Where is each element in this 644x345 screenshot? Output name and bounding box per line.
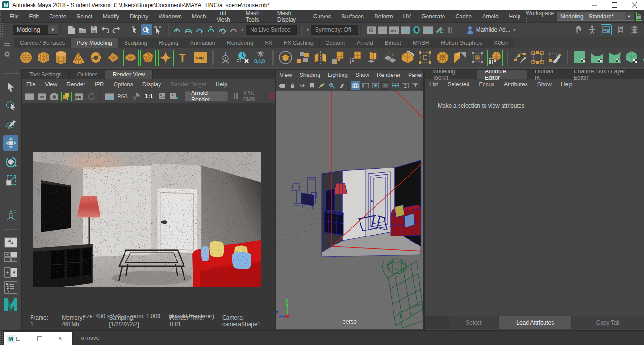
super-ellipse-icon[interactable] (158, 50, 174, 66)
gear-icon[interactable] (4, 51, 10, 58)
boolean-union-icon[interactable] (572, 50, 588, 66)
fill-hole-icon[interactable] (330, 50, 346, 66)
separator[interactable] (299, 24, 302, 35)
close-button[interactable] (624, 0, 644, 10)
circularize-icon[interactable] (435, 50, 451, 66)
restore-icon[interactable] (16, 337, 20, 341)
lattice-icon[interactable] (469, 50, 485, 66)
rv-menu-help[interactable]: Help (211, 81, 232, 88)
snap-to-grid-icon[interactable] (171, 24, 183, 35)
tab-human-ik[interactable]: Human IK (527, 70, 566, 79)
edit-edge-flow-icon[interactable] (529, 50, 545, 66)
ae-menu-show[interactable]: Show (533, 81, 556, 88)
tab-channel-box-layer-editor[interactable]: Channel Box / Layer Editor (566, 70, 644, 79)
poly-cylinder-icon[interactable] (53, 50, 69, 66)
undo-icon[interactable] (100, 24, 111, 35)
display-rgb-label[interactable]: RGB (117, 94, 128, 99)
redo-previous-render-icon[interactable] (25, 92, 35, 101)
select-button[interactable]: Select (449, 316, 498, 329)
crease-tool-icon[interactable] (512, 50, 528, 66)
chevron-down-icon[interactable]: ▼ (241, 28, 244, 32)
smooth-mesh-icon[interactable] (487, 50, 503, 66)
menu-select[interactable]: Select (71, 13, 97, 20)
platonic-solid-icon[interactable] (140, 50, 156, 66)
layout-outliner-persp[interactable] (4, 282, 18, 293)
boolean-intersection-icon[interactable] (607, 50, 623, 66)
shelf-tab-mash[interactable]: MASH (407, 38, 435, 48)
menu-create[interactable]: Create (44, 13, 71, 20)
image-plane-icon[interactable] (318, 81, 326, 90)
ae-menu-selected[interactable]: Selected (443, 81, 475, 88)
select-object-icon[interactable] (141, 24, 152, 35)
snapshot-icon[interactable] (49, 92, 59, 101)
tab-tool-settings[interactable]: Tool Settings (22, 70, 70, 79)
separator[interactable] (459, 24, 461, 35)
shelf-tab-curves-surfaces[interactable]: Curves / Surfaces (14, 38, 71, 48)
smooth-icon[interactable] (382, 50, 398, 66)
menu-uv[interactable]: UV (398, 13, 416, 20)
workspace-dropdown[interactable]: Modeling - Standard* ▼ (557, 12, 634, 21)
shelf-tab-sculpting[interactable]: Sculpting (118, 38, 153, 48)
render-view-canvas[interactable]: size: 480 x 270 zoom: 1.000 (Arnold Rend… (22, 103, 275, 330)
snap-to-curve-icon[interactable] (183, 24, 194, 35)
vp-menu-show[interactable]: Show (351, 72, 373, 78)
shelf-tab-arnold[interactable]: Arnold (351, 38, 379, 48)
menu-mesh-display[interactable]: Mesh Display (272, 10, 308, 23)
mirror-icon[interactable] (312, 50, 328, 66)
zoom-one-to-one-label[interactable]: 1:1 (145, 93, 153, 100)
shelf-tab-rigging[interactable]: Rigging (153, 38, 184, 48)
append-polygon-icon[interactable] (347, 50, 363, 66)
rv-menu-ipr[interactable]: IPR (90, 81, 109, 88)
rv-menu-view[interactable]: View (40, 81, 62, 88)
delete-history-icon[interactable] (235, 50, 251, 66)
channel-box-toggle-icon[interactable] (629, 24, 640, 35)
menu-set-selector[interactable]: Modeling ▼ (13, 25, 58, 35)
freeze-transform-icon[interactable]: 0,0,0 (252, 50, 268, 66)
layout-two-pane-side[interactable] (4, 267, 18, 278)
poly-plane-icon[interactable] (105, 50, 121, 66)
menu-arnold[interactable]: Arnold (477, 13, 504, 20)
vp-menu-shading[interactable]: Shading (296, 72, 324, 78)
helpline-grip[interactable] (0, 331, 3, 345)
chevron-down-icon[interactable]: ▼ (306, 28, 309, 32)
menu-edit-mesh[interactable]: Edit Mesh (211, 10, 240, 23)
vp-menu-view[interactable]: View (276, 72, 296, 78)
menu-surfaces[interactable]: Surfaces (336, 13, 369, 20)
menubar-grip[interactable] (0, 10, 2, 22)
select-hierarchy-icon[interactable] (130, 24, 141, 35)
remove-image-icon[interactable] (169, 92, 179, 101)
separator[interactable] (360, 24, 363, 35)
tool-settings-toggle-icon[interactable] (615, 24, 626, 35)
open-scene-icon[interactable] (77, 24, 88, 35)
vp-menu-lighting[interactable]: Lighting (324, 72, 351, 78)
safe-title-icon[interactable]: T (410, 81, 419, 90)
new-scene-icon[interactable] (66, 24, 77, 35)
shelf-tab-custom[interactable]: Custom (320, 38, 351, 48)
menu-modify[interactable]: Modify (98, 13, 125, 20)
account-menu[interactable]: Mathilde Ad... ▼ (464, 26, 519, 34)
arnold-render-button[interactable]: Arnold Render (185, 91, 228, 101)
pause-icon[interactable] (445, 24, 456, 35)
sculpt-tool-icon[interactable] (547, 50, 563, 66)
separator[interactable] (60, 24, 63, 35)
shelf-tab-bifrost[interactable]: Bifrost (379, 38, 407, 48)
shelf-tab-fx-caching[interactable]: FX Caching (278, 38, 320, 48)
poly-cube-icon[interactable] (35, 50, 51, 66)
poly-text-icon[interactable]: T (175, 50, 191, 66)
statusline-grip[interactable] (0, 23, 3, 37)
ae-menu-focus[interactable]: Focus (474, 81, 499, 88)
gate-mask-icon[interactable] (381, 81, 390, 90)
tab-outliner[interactable]: Outliner (70, 70, 105, 79)
poly-sphere-icon[interactable] (18, 50, 34, 66)
attribute-editor-toggle-icon[interactable] (601, 24, 612, 35)
render-settings-icon[interactable] (400, 24, 411, 35)
ae-menu-list[interactable]: List (425, 81, 443, 88)
shelf-tab-animation[interactable]: Animation (184, 38, 221, 48)
workspace-lock-icon[interactable] (636, 12, 643, 21)
load-attributes-button[interactable]: Load Attributes (499, 316, 571, 329)
menu-deform[interactable]: Deform (369, 13, 398, 20)
paint-select-tool[interactable] (3, 117, 18, 132)
boolean-difference-icon[interactable] (589, 50, 605, 66)
film-gate-icon[interactable] (361, 81, 370, 90)
snap-to-view-plane-icon[interactable] (217, 24, 228, 35)
